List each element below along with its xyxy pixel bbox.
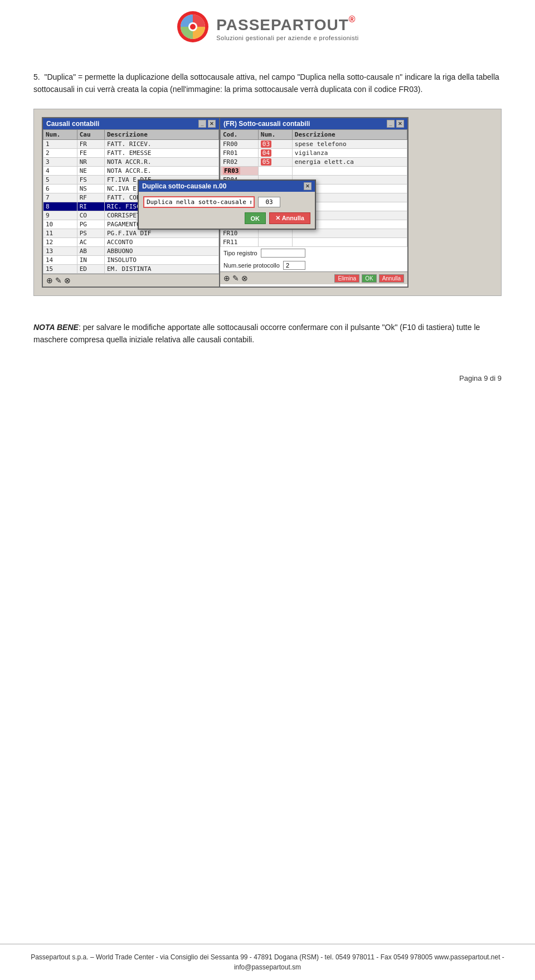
causali-cell-desc: NOTA ACCR.R. [104,158,218,167]
sotto-cell-cod: FR03 [221,167,259,176]
sotto-cell-desc [292,167,407,176]
logo-text-block: PASSEPARTOUT® Soluzioni gestionali per a… [216,12,359,41]
causali-close-btn[interactable]: ✕ [208,120,216,128]
causali-cell-cau: ED [77,265,104,274]
causali-cell-num: 15 [43,265,77,274]
logo-icon [176,10,210,43]
causali-row[interactable]: 4NENOTA ACCR.E. [43,167,219,176]
screenshot-box: Causali contabili _ ✕ Num. Cau Descrizio… [33,109,502,296]
causali-cell-num: 3 [43,158,77,167]
footer: Passepartout s.p.a. – World Trade Center… [0,944,535,980]
causali-cell-num: 9 [43,211,77,220]
sotto-delete-icon[interactable]: ⊗ [241,274,248,283]
causali-cell-num: 2 [43,149,77,158]
causali-cell-num: 12 [43,238,77,247]
tipo-row: Tipo registro [220,247,407,259]
causali-add-icon[interactable]: ⊕ [46,276,53,285]
causali-window-controls: _ ✕ [198,120,216,128]
causali-col-desc: Descrizione [104,130,218,140]
causali-edit-icon[interactable]: ✎ [55,276,62,285]
causali-cell-cau: CO [77,211,104,220]
dup-close-btn[interactable]: ✕ [304,182,312,190]
causali-cell-desc: ACCONTO [104,238,218,247]
causali-cell-num: 7 [43,193,77,202]
sotto-toolbar: ⊕ ✎ ⊗ Elimina OK Annulla [220,271,407,284]
ok-btn[interactable]: OK [362,274,376,283]
dup-dialog: Duplica sotto-causale n.00 ✕ OK ✕ Annull… [138,179,316,230]
causali-cell-num: 14 [43,256,77,265]
sotto-edit-icon[interactable]: ✎ [232,274,239,283]
causali-cell-desc: FATT. EMESSE [104,149,218,158]
sotto-row[interactable]: FR0003spese telefono [221,140,407,149]
sotto-cell-num [258,229,292,238]
brand-text: PASSEPARTOUT [216,16,349,33]
tipo-registro-label: Tipo registro [223,250,257,256]
causali-cell-num: 10 [43,220,77,229]
causali-cell-num: 4 [43,167,77,176]
svg-point-3 [190,24,196,30]
sotto-cell-num: 03 [258,140,292,149]
sotto-col-cod: Cod. [221,130,259,140]
dup-annulla-label: Annulla [282,215,304,221]
causali-cell-num: 13 [43,247,77,256]
causali-row[interactable]: 2FEFATT. EMESSE [43,149,219,158]
causali-cell-cau: AC [77,238,104,247]
sotto-col-desc: Descrizione [292,130,407,140]
nota-bene-bold: NOTA BENE [33,323,79,332]
sotto-close-btn[interactable]: ✕ [396,120,404,128]
causali-cell-cau: FR [77,140,104,149]
causali-minimize-btn[interactable]: _ [198,120,206,128]
sotto-minimize-btn[interactable]: _ [387,120,395,128]
causali-row[interactable]: 3NRNOTA ACCR.R. [43,158,219,167]
causali-col-cau: Cau [77,130,104,140]
sotto-cell-cod: FR02 [221,158,259,167]
causali-cell-cau: FS [77,176,104,185]
sotto-cell-num: 04 [258,149,292,158]
causali-cell-desc: NOTA ACCR.E. [104,167,218,176]
causali-cell-num: 5 [43,176,77,185]
sotto-cell-desc: spese telefono [292,140,407,149]
causali-row[interactable]: 15EDEM. DISTINTA [43,265,219,274]
causali-cell-desc: INSOLUTO [104,256,218,265]
nota-bene: NOTA BENE: per salvare le modifiche appo… [33,322,502,346]
causali-cell-cau: RF [77,193,104,202]
sotto-cell-num [258,167,292,176]
num-serie-input[interactable] [283,261,305,270]
causali-row[interactable]: 11PSPG.F.IVA DIF [43,229,219,238]
sotto-cell-cod: FR11 [221,238,259,247]
sotto-cell-cod: FR01 [221,149,259,158]
num-serie-label: Num.serie protocollo [223,262,280,269]
causali-row[interactable]: 13ABABBUONO [43,247,219,256]
logo-tagline: Soluzioni gestionali per aziende e profe… [216,35,359,41]
causali-delete-icon[interactable]: ⊗ [64,276,71,285]
causali-row[interactable]: 12ACACCONTO [43,238,219,247]
causali-cell-cau: FE [77,149,104,158]
sotto-cell-desc: vigilanza [292,149,407,158]
sotto-row[interactable]: FR11 [221,238,407,247]
causali-cell-desc: FATT. RICEV. [104,140,218,149]
sotto-cell-desc [292,229,407,238]
reg-symbol: ® [349,14,356,24]
dup-ok-btn[interactable]: OK [245,212,266,224]
sotto-add-icon[interactable]: ⊕ [223,274,230,283]
sotto-cell-cod: FR00 [221,140,259,149]
sotto-row[interactable]: FR03 [221,167,407,176]
causali-col-num: Num. [43,130,77,140]
sotto-row[interactable]: FR0104vigilanza [221,149,407,158]
causali-row[interactable]: 1FRFATT. RICEV. [43,140,219,149]
elimina-btn[interactable]: Elimina [334,274,359,283]
annulla-btn[interactable]: Annulla [379,274,404,283]
footer-info: Passepartout s.p.a. – World Trade Center… [17,952,518,972]
causali-cell-cau: AB [77,247,104,256]
sotto-row[interactable]: FR10 [221,229,407,238]
sotto-title-bar: (FR) Sotto-causali contabili _ ✕ [220,118,407,129]
causali-cell-desc: ABBUONO [104,247,218,256]
causali-row[interactable]: 14ININSOLUTO [43,256,219,265]
dup-annulla-btn[interactable]: ✕ Annulla [269,212,310,224]
causali-cell-cau: RI [77,202,104,211]
logo-brand: PASSEPARTOUT® [216,12,359,33]
sotto-row[interactable]: FR0205energia elett.ca [221,158,407,167]
windows-container: Causali contabili _ ✕ Num. Cau Descrizio… [37,113,498,292]
dup-value-input[interactable] [258,197,280,207]
tipo-registro-input[interactable] [261,249,305,258]
